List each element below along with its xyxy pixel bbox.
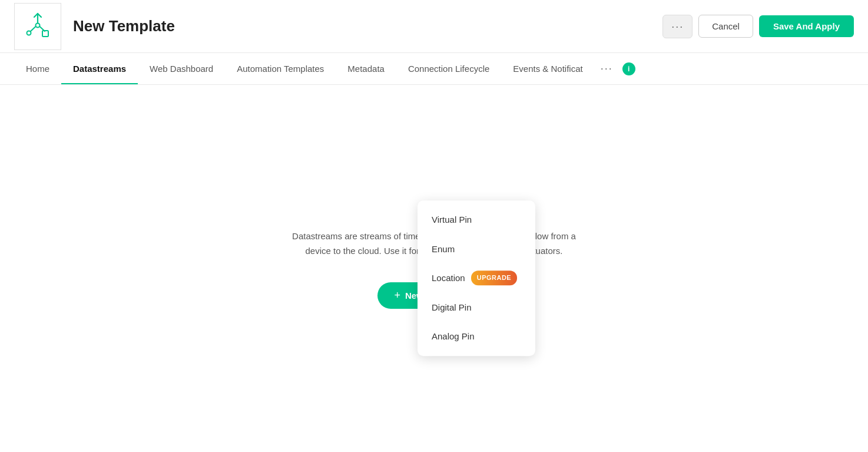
dropdown-item-digital-pin[interactable]: Digital Pin bbox=[418, 293, 535, 322]
datastreams-description-area: Datastreams are streams of time-stamped … bbox=[287, 229, 581, 309]
tab-datastreams[interactable]: Datastreams bbox=[61, 54, 138, 84]
more-button[interactable]: ··· bbox=[662, 15, 693, 38]
svg-point-2 bbox=[27, 31, 31, 35]
datastream-type-dropdown: Virtual Pin Enum Location UPGRADE Digita… bbox=[418, 200, 535, 356]
header-actions: ··· Cancel Save And Apply bbox=[662, 15, 854, 38]
svg-point-0 bbox=[36, 23, 40, 27]
tab-metadata[interactable]: Metadata bbox=[336, 54, 396, 84]
cancel-button[interactable]: Cancel bbox=[698, 15, 753, 38]
template-logo bbox=[14, 3, 61, 50]
dropdown-item-analog-pin[interactable]: Analog Pin bbox=[418, 322, 535, 351]
header: New Template ··· Cancel Save And Apply bbox=[0, 0, 868, 53]
page-title: New Template bbox=[73, 17, 662, 35]
save-apply-button[interactable]: Save And Apply bbox=[759, 15, 854, 37]
nav-tabs: Home Datastreams Web Dashboard Automatio… bbox=[0, 53, 868, 85]
logo-icon bbox=[22, 10, 53, 43]
main-content: Datastreams are streams of time-stamped … bbox=[0, 85, 868, 452]
svg-line-1 bbox=[31, 27, 36, 31]
tab-automation-templates[interactable]: Automation Templates bbox=[225, 54, 336, 84]
nav-more-button[interactable]: ··· bbox=[595, 53, 619, 84]
nav-info-button[interactable]: i bbox=[622, 62, 635, 75]
new-datastream-plus-icon: + bbox=[394, 289, 400, 302]
dropdown-item-location[interactable]: Location UPGRADE bbox=[418, 263, 535, 293]
upgrade-badge: UPGRADE bbox=[471, 271, 518, 286]
tab-connection-lifecycle[interactable]: Connection Lifecycle bbox=[396, 54, 501, 84]
dropdown-item-virtual-pin[interactable]: Virtual Pin bbox=[418, 205, 535, 235]
tab-web-dashboard[interactable]: Web Dashboard bbox=[138, 54, 225, 84]
tab-home[interactable]: Home bbox=[14, 54, 61, 84]
dropdown-item-enum[interactable]: Enum bbox=[418, 235, 535, 264]
tab-events-notifications[interactable]: Events & Notificat bbox=[501, 54, 594, 84]
svg-rect-4 bbox=[42, 31, 48, 37]
